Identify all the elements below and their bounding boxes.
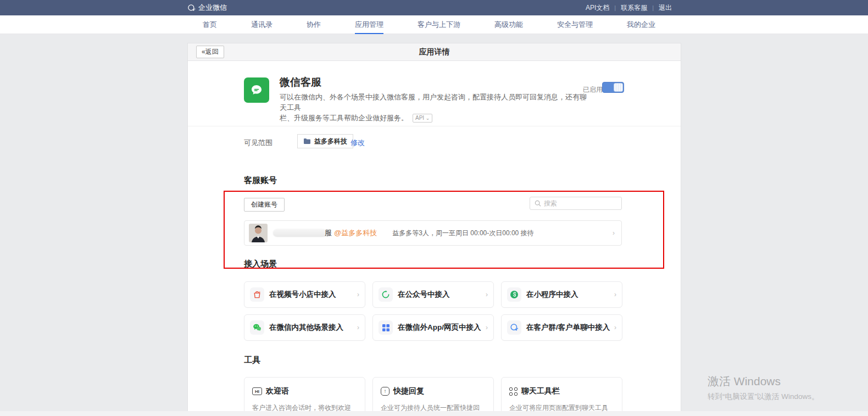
nav-advanced[interactable]: 高级功能	[494, 15, 523, 34]
app-description: 可以在微信内、外各个场景中接入微信客服，用户发起咨询，配置接待人员即可回复消息，…	[280, 92, 587, 123]
tool-card-quick-reply[interactable]: ↑ 快捷回复 企业可为接待人员统一配置快捷回复，接待人员还可自己添加，添加后，接…	[372, 377, 494, 416]
welcome-message-icon: HI	[252, 387, 262, 395]
chevron-right-icon	[614, 291, 616, 298]
wechat-icon	[250, 320, 264, 335]
scene-card-official-account[interactable]: 在公众号中接入	[372, 281, 494, 308]
watermark-line2: 转到“电脑设置”以激活 Windows。	[708, 392, 819, 402]
contact-support-link[interactable]: 联系客服	[616, 3, 652, 13]
nav-app-management[interactable]: 应用管理	[355, 15, 383, 34]
tool-card-welcome-message[interactable]: HI 欢迎语 客户进入咨询会话时，将收到欢迎语。欢迎语支持添加知识问答，添加后将…	[244, 377, 365, 416]
tools-section-title: 工具	[244, 355, 260, 365]
page-title: 应用详情	[188, 47, 681, 57]
tool-grid: HI 欢迎语 客户进入咨询会话时，将收到欢迎语。欢迎语支持添加知识问答，添加后将…	[244, 377, 624, 416]
official-account-icon	[379, 287, 393, 302]
chevron-right-icon	[614, 324, 616, 331]
search-input[interactable]	[544, 199, 610, 207]
main-navbar: 首页 通讯录 协作 应用管理 客户与上下游 高级功能 安全与管理 我的企业	[0, 15, 868, 34]
wechat-customer-service-app-icon	[244, 77, 269, 103]
chevron-right-icon	[357, 291, 359, 298]
windows-activation-watermark: 激活 Windows 转到“电脑设置”以激活 Windows。	[708, 374, 819, 402]
enabled-status-label: 已启用	[583, 85, 603, 95]
app-description-line1: 可以在微信内、外各个场景中接入微信客服，用户发起咨询，配置接待人员即可回复消息，…	[280, 92, 587, 113]
back-button[interactable]: «返回	[196, 46, 224, 58]
create-account-button[interactable]: 创建账号	[244, 198, 285, 212]
app-name: 微信客服	[280, 75, 321, 90]
scene-label: 在视频号小店中接入	[269, 290, 357, 299]
scene-label: 在微信外App/网页中接入	[398, 323, 486, 332]
wecom-brand[interactable]: 企业微信	[187, 0, 227, 15]
account-schedule: 益多多等3人，周一至周日 00:00-次日00:00 接待	[392, 229, 613, 238]
account-mention: @益多多科技	[334, 228, 377, 238]
app-detail-panel: «返回 应用详情 微信客服 可以在微信内、外各个场景中接入微信客服，用户发起咨询…	[187, 43, 681, 416]
nav-security[interactable]: 安全与管理	[557, 15, 593, 34]
visible-scope-label: 可见范围	[244, 138, 272, 148]
scene-label: 在小程序中接入	[526, 290, 614, 299]
chevron-right-icon	[357, 324, 359, 331]
scene-card-external-app[interactable]: 在微信外App/网页中接入	[372, 314, 494, 341]
access-scene-grid: 在视频号小店中接入 在公众号中接入 在小程序中接入	[244, 281, 624, 341]
api-dropdown-tag[interactable]: API	[413, 114, 432, 123]
nav-contacts[interactable]: 通讯录	[251, 15, 272, 34]
toggle-knob	[614, 83, 623, 92]
folder-icon	[303, 138, 311, 145]
miniprogram-icon	[507, 287, 521, 302]
customer-chat-icon	[507, 320, 521, 335]
scene-card-customer-chat[interactable]: 在客户群/客户单聊中接入	[501, 314, 622, 341]
scene-label: 在客户群/客户单聊中接入	[526, 323, 614, 332]
brand-label: 企业微信	[198, 3, 227, 13]
nav-customers[interactable]: 客户与上下游	[418, 15, 460, 34]
scene-card-miniprogram[interactable]: 在小程序中接入	[501, 281, 622, 308]
logout-link[interactable]: 退出	[654, 3, 677, 13]
enable-toggle[interactable]	[602, 82, 624, 93]
chevron-right-icon	[613, 229, 615, 237]
chat-toolbar-icon	[509, 387, 518, 396]
redacted-account-name	[273, 229, 327, 237]
tool-title: 欢迎语	[266, 386, 289, 396]
service-account-section-title: 客服账号	[244, 175, 277, 186]
search-box[interactable]	[530, 197, 622, 210]
nav-collaboration[interactable]: 协作	[307, 15, 321, 34]
visible-scope-tag: 益多多科技	[297, 134, 353, 148]
chevron-right-icon	[486, 291, 488, 298]
section-divider	[188, 126, 681, 126]
video-shop-icon	[250, 287, 264, 302]
tool-title: 聊天工具栏	[521, 386, 560, 396]
tool-title: 快捷回复	[393, 386, 424, 396]
topbar-links: API文档 | 联系客服 | 退出	[581, 0, 677, 15]
scene-card-video-shop[interactable]: 在视频号小店中接入	[244, 281, 365, 308]
topbar: 企业微信 API文档 | 联系客服 | 退出	[0, 0, 868, 15]
app-description-line2: 栏、升级服务等工具帮助企业做好服务。API	[280, 113, 587, 123]
access-scenes-section-title: 接入场景	[244, 259, 277, 269]
watermark-line1: 激活 Windows	[708, 374, 819, 389]
account-name-suffix: 服	[325, 228, 332, 238]
api-doc-link[interactable]: API文档	[581, 3, 614, 13]
search-icon	[535, 200, 541, 207]
scope-edit-link[interactable]: 修改	[350, 138, 365, 148]
nav-items: 首页 通讯录 协作 应用管理 客户与上下游 高级功能 安全与管理 我的企业	[187, 15, 671, 34]
scope-department-name: 益多多科技	[314, 137, 347, 146]
scene-card-wechat-other[interactable]: 在微信内其他场景接入	[244, 314, 365, 341]
nav-home[interactable]: 首页	[203, 15, 217, 34]
quick-reply-icon: ↑	[381, 387, 390, 396]
wecom-logo-icon	[187, 4, 196, 12]
viewport-bottom-edge	[0, 411, 868, 416]
scene-label: 在公众号中接入	[398, 290, 486, 299]
scene-label: 在微信内其他场景接入	[269, 323, 357, 332]
chevron-right-icon	[486, 324, 488, 331]
service-account-row[interactable]: 服 @益多多科技 益多多等3人，周一至周日 00:00-次日00:00 接待	[244, 220, 622, 246]
panel-header: «返回 应用详情	[188, 43, 681, 61]
app-grid-icon	[379, 320, 393, 335]
account-avatar	[249, 224, 268, 242]
nav-my-company[interactable]: 我的企业	[627, 15, 655, 34]
tool-card-chat-toolbar[interactable]: 聊天工具栏 企业可将应用页面配置到聊天工具栏，方便接待人员在客服聊天中查看和使用…	[501, 377, 622, 416]
